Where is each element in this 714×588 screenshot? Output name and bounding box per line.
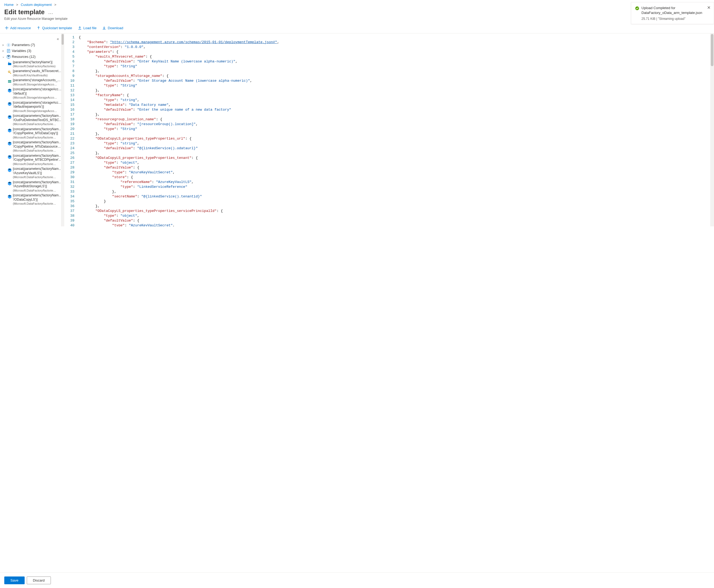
tree-item-title: [concat(parameters('factoryNam… bbox=[13, 180, 59, 185]
tree-item-title: [concat(parameters('storageAcc… bbox=[13, 87, 59, 91]
editor-scrollbar-thumb[interactable] bbox=[711, 34, 713, 66]
tree-item-title: [concat(parameters('storageAcc… bbox=[13, 101, 59, 105]
quickstart-template-button[interactable]: Quickstart template bbox=[36, 25, 72, 31]
tree-item-path: '/default')] bbox=[13, 91, 59, 96]
tree-variables-label: Variables (3) bbox=[12, 49, 31, 53]
svg-rect-5 bbox=[8, 80, 11, 81]
gear-icon bbox=[6, 43, 11, 47]
tree-item[interactable]: [concat(parameters('factoryNam…'/CopyPip… bbox=[0, 127, 61, 140]
tree-item[interactable]: [parameters('vaults_MTkvsecret…(Microsof… bbox=[0, 68, 61, 78]
sidebar-scrollbar-thumb[interactable] bbox=[62, 34, 64, 45]
breadcrumb-custom-deployment[interactable]: Custom deployment bbox=[21, 3, 52, 7]
tree-item-path: '/ODataCopyLS')] bbox=[13, 198, 59, 202]
tree-item-title: [concat(parameters('factoryNam… bbox=[13, 114, 59, 118]
tree-item[interactable]: [concat(parameters('storageAcc…'/default… bbox=[0, 100, 61, 113]
page-title: Edit template bbox=[4, 8, 45, 16]
download-icon bbox=[102, 26, 106, 30]
svg-point-0 bbox=[8, 44, 9, 45]
tree-item-type: (Microsoft.Storage/storageAcco… bbox=[13, 96, 59, 99]
collapse-sidebar-icon[interactable]: « bbox=[0, 36, 61, 42]
tree-item-title: [parameters('factoryName')] bbox=[13, 60, 59, 65]
editor-gutter: 1234567891011121314151617181920212223242… bbox=[64, 34, 78, 226]
quickstart-label: Quickstart template bbox=[42, 26, 72, 30]
svg-rect-6 bbox=[8, 82, 11, 83]
chevron-right-icon: > bbox=[2, 49, 5, 52]
svg-point-7 bbox=[635, 6, 639, 10]
tree-item-path: '/AzureBlobStorageLS')] bbox=[13, 184, 59, 189]
editor-code[interactable]: { "$schema": "http://schema.management.a… bbox=[78, 34, 710, 226]
tree-item-path: '/OutPutDelimitedTextDS_MTBC… bbox=[13, 118, 59, 122]
cube-icon bbox=[7, 102, 12, 106]
tree-item-path: '/default/wpaexports')] bbox=[13, 105, 59, 109]
tree-item-path: '/CopyPipeline_MToDataCopy')] bbox=[13, 131, 59, 135]
load-file-label: Load file bbox=[83, 26, 96, 30]
plus-icon bbox=[5, 26, 8, 30]
editor-scrollbar[interactable] bbox=[710, 34, 714, 226]
tree-item-type: (Microsoft.DataFactory/factorie… bbox=[13, 122, 59, 126]
cube-icon bbox=[7, 194, 12, 199]
upload-notification: ✕ Upload Completed for DataFactory_oData… bbox=[631, 2, 714, 24]
tree-item[interactable]: [concat(parameters('factoryNam…'/CopyPip… bbox=[0, 153, 61, 166]
tree-item-type: (Microsoft.Storage/storageAcco… bbox=[13, 109, 59, 113]
tree-item[interactable]: [concat(parameters('factoryNam…'/AzureBl… bbox=[0, 180, 61, 193]
tree-item-path: '/CopyPipeline_MTBCDPipeline'… bbox=[13, 158, 59, 162]
notification-subtitle: 25.71 KiB | "Streaming upload" bbox=[642, 17, 710, 21]
tree-item[interactable]: [parameters('storageAccounts_…(Microsoft… bbox=[0, 78, 61, 87]
tree-item-title: [parameters('storageAccounts_… bbox=[13, 78, 59, 83]
cube-icon bbox=[7, 115, 12, 119]
svg-rect-3 bbox=[8, 62, 9, 63]
breadcrumb-sep: > bbox=[16, 3, 18, 7]
tree-item[interactable]: [concat(parameters('storageAcc…'/default… bbox=[0, 87, 61, 100]
tree-item-type: (Microsoft.Storage/storageAcco… bbox=[13, 83, 59, 86]
page-subtitle: Edit your Azure Resource Manager templat… bbox=[4, 17, 710, 21]
tree-item-title: [concat(parameters('factoryNam… bbox=[13, 154, 59, 158]
add-resource-button[interactable]: Add resource bbox=[4, 25, 31, 31]
more-menu-icon[interactable]: ⋯ bbox=[48, 11, 53, 16]
tree-parameters-label: Parameters (7) bbox=[12, 43, 35, 47]
tree-item-title: [parameters('vaults_MTkvsecret… bbox=[13, 69, 59, 74]
close-icon[interactable]: ✕ bbox=[707, 5, 711, 10]
tree-item-path: '/CopyPipeline_MToDatasource… bbox=[13, 145, 59, 149]
cube-icon bbox=[7, 168, 12, 172]
tree-item-type: (Microsoft.DataFactory/factorie… bbox=[13, 175, 59, 179]
tree-item-type: (Microsoft.DataFactory/factorie… bbox=[13, 189, 59, 192]
tree-item-title: [concat(parameters('factoryNam… bbox=[13, 193, 59, 198]
tree-item-type: (Microsoft.DataFactory/factorie… bbox=[13, 135, 59, 139]
resource-tree-sidebar: « > Parameters (7) > Variables (3) ⌄ bbox=[0, 34, 64, 226]
tree-item[interactable]: [concat(parameters('factoryNam…'/OutPutD… bbox=[0, 113, 61, 126]
load-file-button[interactable]: Load file bbox=[78, 25, 97, 31]
tree-resources[interactable]: ⌄ Resources (12) bbox=[0, 54, 61, 60]
tree-item[interactable]: [concat(parameters('factoryNam…'/AzureKe… bbox=[0, 166, 61, 180]
toolbar: Add resource Quickstart template Load fi… bbox=[0, 23, 714, 34]
sidebar-scrollbar[interactable] bbox=[61, 34, 64, 226]
code-editor[interactable]: 1234567891011121314151617181920212223242… bbox=[64, 34, 714, 226]
tree-item-type: (Microsoft.DataFactory/factories) bbox=[13, 64, 59, 68]
tree-variables[interactable]: > Variables (3) bbox=[0, 48, 61, 54]
storage-icon bbox=[7, 79, 12, 84]
cube-icon bbox=[7, 155, 12, 159]
chevron-down-icon: ⌄ bbox=[2, 55, 5, 58]
success-check-icon bbox=[635, 6, 639, 10]
notification-title: Upload Completed for DataFactory_oData_a… bbox=[642, 6, 710, 15]
tree-parameters[interactable]: > Parameters (7) bbox=[0, 42, 61, 48]
document-icon bbox=[6, 49, 11, 53]
breadcrumb-home[interactable]: Home bbox=[4, 3, 14, 7]
cube-icon bbox=[7, 142, 12, 146]
add-resource-label: Add resource bbox=[10, 26, 31, 30]
cube-icon bbox=[6, 55, 11, 59]
tree-item-type: (Microsoft.DataFactory/factorie… bbox=[13, 149, 59, 152]
tree-resources-label: Resources (12) bbox=[12, 55, 36, 59]
tree-item[interactable]: [concat(parameters('factoryNam…'/ODataCo… bbox=[0, 193, 61, 206]
tree-item-title: [concat(parameters('factoryNam… bbox=[13, 127, 59, 131]
download-button[interactable]: Download bbox=[102, 25, 124, 31]
tree-item[interactable]: [parameters('factoryName')](Microsoft.Da… bbox=[0, 60, 61, 69]
download-label: Download bbox=[108, 26, 123, 30]
tree-item-title: [concat(parameters('factoryNam… bbox=[13, 167, 59, 171]
cube-icon bbox=[7, 88, 12, 93]
tree-item[interactable]: [concat(parameters('factoryNam…'/CopyPip… bbox=[0, 140, 61, 153]
upload-icon bbox=[78, 26, 82, 30]
cube-icon bbox=[7, 128, 12, 132]
breadcrumb: Home > Custom deployment > bbox=[0, 0, 714, 8]
svg-rect-2 bbox=[8, 63, 11, 65]
cube-icon bbox=[7, 181, 12, 186]
